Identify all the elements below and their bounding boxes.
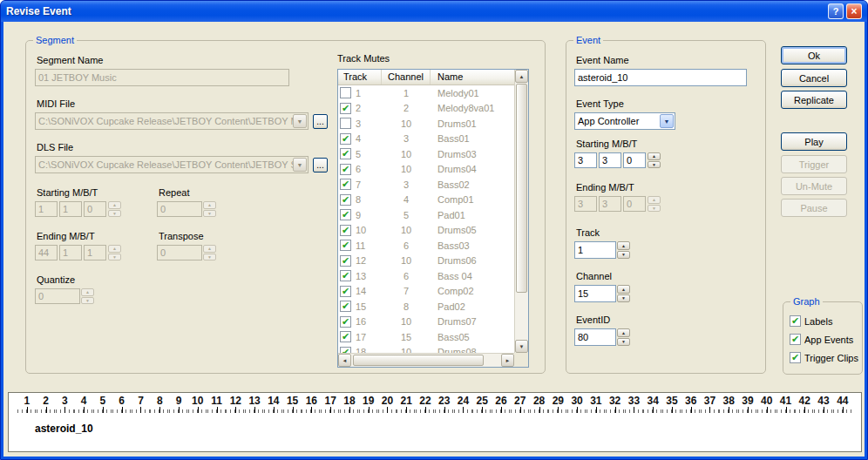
scroll-up-icon[interactable]: ▲: [515, 70, 528, 83]
event-name-field[interactable]: asteroid_10: [574, 69, 747, 86]
track-mute-row[interactable]: ✔43Bass01: [338, 132, 514, 147]
track-mutes-header: Track Channel Name: [338, 70, 514, 85]
track-mute-row[interactable]: ✔1610Drums07: [338, 315, 514, 330]
spin-up-icon[interactable]: ▲: [648, 152, 661, 160]
graph-option-app-events[interactable]: ✔App Events: [790, 334, 859, 345]
cancel-button[interactable]: Cancel: [781, 69, 847, 87]
event-type-combo[interactable]: App Controller ▼: [574, 112, 675, 130]
timeline[interactable]: 1234567891011121314151617181920212223242…: [8, 392, 862, 452]
graph-option-label: App Events: [804, 335, 853, 345]
track-mute-row[interactable]: ✔1010Drums05: [338, 223, 514, 239]
mute-checkbox[interactable]: ✔: [340, 286, 351, 297]
graph-checkbox[interactable]: ✔: [790, 315, 801, 327]
graph-checkbox[interactable]: ✔: [790, 352, 801, 363]
vertical-scrollbar[interactable]: ▲ ▼: [514, 70, 528, 353]
timeline-clip-label[interactable]: asteroid_10: [35, 423, 93, 435]
graph-checkbox[interactable]: ✔: [790, 334, 801, 345]
mute-checkbox[interactable]: ✔: [340, 331, 351, 342]
horizontal-scrollbar[interactable]: ◄ ►: [338, 353, 514, 367]
mute-checkbox[interactable]: ✔: [340, 301, 351, 312]
event-starting-beat[interactable]: 3: [599, 152, 621, 168]
spin-down-icon[interactable]: ▼: [648, 161, 661, 169]
event-channel-spinner[interactable]: ▲▼: [617, 285, 630, 302]
mute-checkbox[interactable]: ✔: [340, 103, 351, 114]
vertical-scroll-thumb[interactable]: [516, 84, 527, 293]
help-button[interactable]: ?: [828, 3, 844, 19]
track-mute-row[interactable]: ✔116Bass03: [338, 238, 514, 254]
segment-ending-spinner: ▲▼: [108, 245, 121, 260]
ruler-cell: 25: [472, 396, 492, 414]
track-mute-row[interactable]: 310Drums01: [338, 116, 514, 132]
column-header-track[interactable]: Track: [338, 70, 382, 85]
ruler-number: 28: [530, 396, 549, 407]
event-starting-tick[interactable]: 0: [623, 152, 646, 168]
spin-down-icon[interactable]: ▼: [617, 338, 630, 347]
track-mute-row[interactable]: ✔22Melody8va01: [338, 101, 514, 117]
mute-checkbox[interactable]: ✔: [340, 347, 351, 353]
graph-option-trigger-clips[interactable]: ✔Trigger Clips: [790, 352, 859, 363]
event-track-field[interactable]: 1: [574, 241, 616, 259]
spin-down-icon[interactable]: ▼: [617, 251, 630, 260]
scroll-down-icon[interactable]: ▼: [515, 340, 528, 353]
event-id-field[interactable]: 80: [574, 328, 616, 346]
track-mute-row[interactable]: ✔73Bass02: [338, 177, 514, 193]
track-mute-row[interactable]: ✔158Pad02: [338, 299, 514, 315]
track-mute-row[interactable]: ✔95Pad01: [338, 207, 514, 223]
play-button[interactable]: Play: [781, 132, 847, 151]
segment-ending-tick: 1: [84, 245, 106, 260]
mute-checkbox[interactable]: ✔: [340, 133, 351, 145]
spin-up-icon[interactable]: ▲: [617, 241, 630, 250]
event-id-spinner[interactable]: ▲▼: [617, 328, 630, 346]
track-mute-row[interactable]: 11Melody01: [338, 85, 514, 101]
ruler-number: 26: [492, 396, 511, 407]
scroll-left-icon[interactable]: ◄: [338, 354, 351, 367]
spin-up-icon[interactable]: ▲: [617, 328, 630, 337]
mute-checkbox[interactable]: ✔: [340, 179, 351, 190]
mute-checkbox[interactable]: ✔: [340, 255, 351, 267]
mute-checkbox[interactable]: ✔: [340, 194, 351, 206]
track-mute-row[interactable]: ✔610Drums04: [338, 162, 514, 178]
track-mute-row[interactable]: ✔1210Drums06: [338, 254, 514, 269]
column-header-channel[interactable]: Channel: [382, 70, 431, 85]
mute-checkbox[interactable]: ✔: [340, 148, 351, 159]
column-header-name[interactable]: Name: [431, 70, 514, 85]
spin-down-icon[interactable]: ▼: [617, 294, 630, 303]
dls-file-label: DLS File: [37, 142, 73, 152]
mute-checkbox[interactable]: ✔: [340, 209, 351, 220]
track-mute-row[interactable]: ✔1715Bass05: [338, 329, 514, 345]
track-mutes-list[interactable]: Track Channel Name 11Melody01✔22Melody8v…: [337, 69, 529, 368]
channel-cell: 6: [382, 240, 431, 251]
mute-checkbox[interactable]: ✔: [340, 164, 351, 175]
event-track-spinner[interactable]: ▲▼: [617, 241, 630, 259]
event-channel-field[interactable]: 15: [574, 285, 616, 302]
mute-checkbox[interactable]: ✔: [340, 240, 351, 251]
ok-button[interactable]: Ok: [781, 46, 847, 64]
mute-checkbox[interactable]: [340, 87, 351, 98]
mute-checkbox[interactable]: ✔: [340, 316, 351, 328]
mute-checkbox[interactable]: ✔: [340, 270, 351, 281]
track-mute-row[interactable]: ✔1810Drums08: [338, 345, 514, 354]
track-mute-row[interactable]: ✔136Bass 04: [338, 268, 514, 284]
scroll-right-icon[interactable]: ►: [501, 354, 514, 367]
titlebar[interactable]: Revise Event ? ×: [1, 1, 867, 22]
midi-file-browse-button[interactable]: ...: [313, 114, 328, 129]
track-mute-row[interactable]: ✔510Drums03: [338, 146, 514, 162]
mute-checkbox[interactable]: [340, 118, 351, 129]
track-cell: ✔12: [338, 255, 382, 267]
horizontal-scroll-thumb[interactable]: [353, 355, 484, 366]
dls-file-browse-button[interactable]: ...: [313, 158, 328, 172]
ruler-number: 31: [587, 396, 606, 407]
graph-option-labels[interactable]: ✔Labels: [790, 315, 859, 327]
mute-checkbox[interactable]: ✔: [340, 225, 351, 236]
event-type-dropdown-icon[interactable]: ▼: [660, 114, 674, 128]
track-mute-row[interactable]: ✔84Comp01: [338, 193, 514, 208]
ruler-cell: 21: [397, 396, 416, 414]
name-cell: Drums04: [431, 164, 514, 174]
ruler-number: 21: [397, 396, 416, 407]
track-mute-row[interactable]: ✔147Comp02: [338, 284, 514, 300]
replicate-button[interactable]: Replicate: [781, 91, 847, 109]
event-starting-spinner[interactable]: ▲▼: [648, 152, 661, 168]
spin-up-icon[interactable]: ▲: [617, 285, 630, 294]
event-starting-measure[interactable]: 3: [574, 152, 597, 168]
close-button[interactable]: ×: [846, 3, 862, 19]
